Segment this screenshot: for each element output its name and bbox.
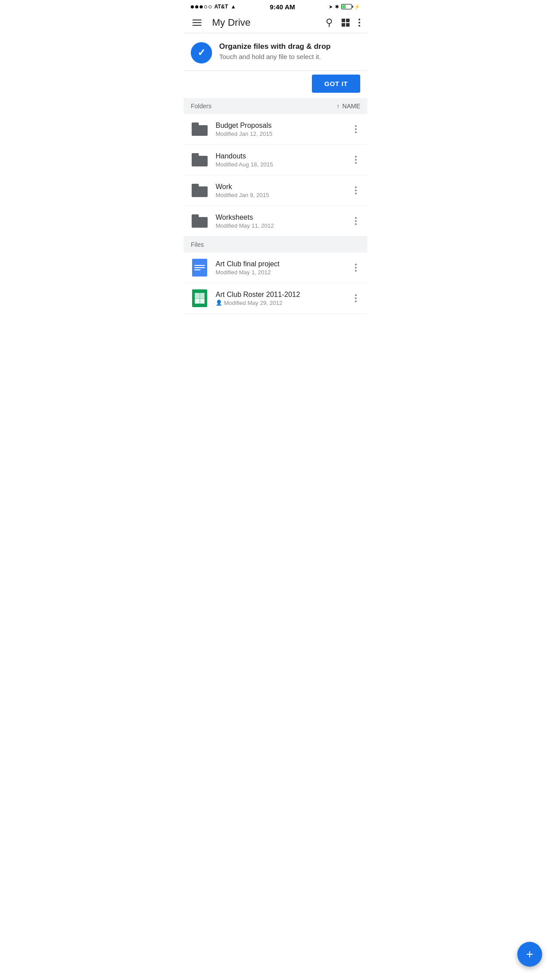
folders-list: Budget Proposals Modified Jan 12, 2015 H… — [184, 114, 367, 237]
folder-modified: Modified Aug 18, 2015 — [216, 161, 351, 168]
folder-icon — [191, 212, 209, 230]
folder-more-button[interactable] — [351, 183, 360, 198]
wifi-icon: ▲ — [231, 4, 236, 10]
banner-title: Organize files with drag & drop — [219, 42, 360, 51]
folders-label: Folders — [191, 103, 212, 110]
battery-fill — [342, 5, 346, 8]
bluetooth-icon: ✱ — [335, 4, 339, 10]
files-list: Art Club final project Modified May 1, 2… — [184, 253, 367, 314]
files-section-header: Files — [184, 237, 367, 253]
charging-icon: ⚡ — [354, 4, 360, 10]
folder-modified: Modified Jan 9, 2015 — [216, 192, 351, 198]
doc-icon — [192, 259, 207, 277]
folder-info: Budget Proposals Modified Jan 12, 2015 — [216, 122, 351, 137]
status-right: ➤ ✱ ⚡ — [329, 4, 360, 10]
checkmark-icon: ✓ — [197, 47, 205, 59]
sort-arrow-icon: ↑ — [337, 103, 340, 110]
menu-button[interactable] — [191, 18, 203, 28]
folder-item: Budget Proposals Modified Jan 12, 2015 — [184, 114, 367, 145]
folder-shape — [192, 214, 208, 228]
file-item: Art Club Roster 2011-2012 👤Modified May … — [184, 283, 367, 314]
more-options-button[interactable] — [358, 19, 360, 27]
sort-row[interactable]: ↑ NAME — [337, 103, 360, 110]
location-icon: ➤ — [329, 4, 333, 10]
app-header: My Drive ⚲ — [184, 12, 367, 33]
got-it-row: GOT IT — [184, 71, 367, 98]
shared-icon: 👤 — [216, 300, 222, 306]
hamburger-line — [193, 25, 201, 26]
folder-icon — [191, 182, 209, 199]
file-icon-container — [191, 289, 209, 307]
folder-info: Work Modified Jan 9, 2015 — [216, 183, 351, 198]
carrier-label: AT&T — [214, 4, 228, 10]
file-icon-container — [191, 259, 209, 277]
files-label: Files — [191, 241, 204, 248]
hamburger-line — [193, 22, 201, 23]
dot-5 — [209, 5, 212, 8]
folder-info: Handouts Modified Aug 18, 2015 — [216, 152, 351, 168]
folders-section-header: Folders ↑ NAME — [184, 98, 367, 114]
folder-item: Work Modified Jan 9, 2015 — [184, 175, 367, 206]
folder-item: Worksheets Modified May 11, 2012 — [184, 206, 367, 237]
folder-name: Worksheets — [216, 213, 351, 221]
check-circle-icon: ✓ — [191, 42, 212, 63]
banner-text: Organize files with drag & drop Touch an… — [219, 42, 360, 60]
file-more-button[interactable] — [351, 260, 360, 275]
folder-item: Handouts Modified Aug 18, 2015 — [184, 145, 367, 175]
file-more-button[interactable] — [351, 291, 360, 306]
file-modified: Modified May 1, 2012 — [216, 269, 351, 276]
page-title: My Drive — [212, 17, 326, 28]
folder-modified: Modified Jan 12, 2015 — [216, 130, 351, 137]
folder-shape — [192, 153, 208, 166]
file-modified: 👤Modified May 29, 2012 — [216, 300, 351, 306]
sort-label: NAME — [342, 103, 360, 110]
status-left: AT&T ▲ — [191, 4, 236, 10]
folder-shape — [192, 122, 208, 136]
banner-subtitle: Touch and hold any file to select it. — [219, 53, 360, 60]
grid-icon — [342, 19, 350, 27]
folder-name: Work — [216, 183, 351, 191]
search-button[interactable]: ⚲ — [326, 17, 333, 28]
time-display: 9:40 AM — [270, 3, 295, 11]
folder-icon — [191, 151, 209, 169]
header-actions: ⚲ — [326, 17, 360, 28]
got-it-button[interactable]: GOT IT — [312, 75, 360, 93]
folder-more-button[interactable] — [351, 152, 360, 167]
folder-info: Worksheets Modified May 11, 2012 — [216, 213, 351, 229]
file-info: Art Club final project Modified May 1, 2… — [216, 260, 351, 276]
folder-shape — [192, 184, 208, 197]
folder-icon — [191, 120, 209, 138]
folder-name: Handouts — [216, 152, 351, 160]
folder-more-button[interactable] — [351, 122, 360, 137]
battery-icon — [341, 4, 352, 9]
sheets-icon — [192, 289, 207, 307]
file-name: Art Club final project — [216, 260, 351, 268]
signal-dots — [191, 5, 212, 8]
status-bar: AT&T ▲ 9:40 AM ➤ ✱ ⚡ — [184, 0, 367, 12]
hamburger-line — [193, 20, 201, 20]
file-name: Art Club Roster 2011-2012 — [216, 291, 351, 299]
file-info: Art Club Roster 2011-2012 👤Modified May … — [216, 291, 351, 306]
drag-drop-banner: ✓ Organize files with drag & drop Touch … — [184, 33, 367, 71]
grid-view-button[interactable] — [342, 19, 350, 27]
dot-2 — [195, 5, 198, 8]
folder-name: Budget Proposals — [216, 122, 351, 130]
dot-4 — [204, 5, 207, 8]
folder-modified: Modified May 11, 2012 — [216, 222, 351, 229]
file-item: Art Club final project Modified May 1, 2… — [184, 253, 367, 283]
dot-3 — [200, 5, 203, 8]
folder-more-button[interactable] — [351, 213, 360, 229]
dot-1 — [191, 5, 194, 8]
